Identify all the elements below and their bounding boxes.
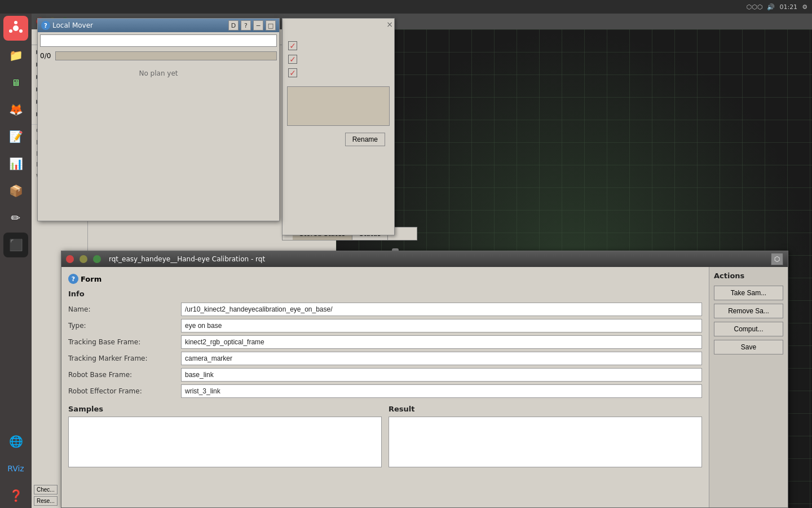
local-mover-help-btn[interactable]: ?: [241, 20, 251, 30]
field-name-row: Name:: [68, 303, 702, 316]
states-panel-close-btn[interactable]: ×: [386, 20, 393, 29]
states-checkboxes: ✓ ✓ ✓: [283, 19, 394, 82]
result-textarea[interactable]: [389, 417, 702, 467]
reset-button[interactable]: Rese...: [34, 496, 58, 506]
check-button[interactable]: Chec...: [34, 485, 58, 494]
texteditor-icon[interactable]: ✏: [3, 205, 28, 230]
progress-bar: [55, 51, 277, 60]
calc-icon[interactable]: 📊: [3, 151, 28, 176]
checkbox-row-3: ✓: [288, 68, 389, 77]
type-input[interactable]: [181, 319, 702, 332]
local-mover-window: ? Local Mover D ? − □ 0/0 No plan yet: [37, 18, 280, 221]
chrome-icon[interactable]: 🌐: [3, 429, 28, 454]
calib-maximize-btn[interactable]: [93, 255, 101, 263]
form-title-text: Form: [81, 275, 102, 283]
local-mover-search-input[interactable]: [40, 34, 277, 47]
calibration-titlebar: rqt_easy_handeye__Hand-eye Calibration -…: [61, 251, 788, 267]
system-topbar: ⬡⬡⬡ 🔊 01:21 ⚙: [0, 0, 812, 14]
svg-point-1: [13, 25, 19, 31]
calib-action-icon[interactable]: ⬡: [771, 253, 783, 265]
robot-effector-label: Robot Effector Frame:: [68, 387, 181, 395]
take-sample-button[interactable]: Take Sam...: [714, 286, 783, 300]
checkbox-1[interactable]: ✓: [288, 41, 297, 50]
local-mover-close-btn[interactable]: □: [266, 20, 276, 30]
rviz-icon[interactable]: RViz: [3, 456, 28, 481]
result-section: Result: [389, 405, 702, 469]
writer-icon[interactable]: 📝: [3, 124, 28, 149]
type-label: Type:: [68, 322, 181, 330]
system-time: 01:21: [779, 3, 797, 11]
firefox-icon[interactable]: 🦊: [3, 97, 28, 122]
ubuntu-logo-icon[interactable]: [3, 16, 28, 41]
info-section: Info Name: Type: Tracking Base Frame: Tr…: [68, 290, 702, 398]
terminal2-icon[interactable]: ⬛: [3, 233, 28, 257]
local-mover-undock-btn[interactable]: D: [228, 20, 239, 30]
field-tracking-base-row: Tracking Base Frame:: [68, 335, 702, 349]
check-btn-container: Chec...: [34, 485, 58, 494]
rename-btn-row: Rename: [287, 130, 390, 148]
svg-point-4: [9, 29, 12, 33]
settings-icon[interactable]: ⚙: [802, 3, 807, 11]
samples-textarea[interactable]: [68, 417, 382, 467]
tracking-marker-label: Tracking Marker Frame:: [68, 354, 181, 362]
info-section-title: Info: [68, 290, 702, 298]
samples-section: Samples: [68, 405, 382, 469]
local-mover-titlebar: ? Local Mover D ? − □: [38, 19, 279, 32]
reset-btn-container: Rese...: [34, 496, 58, 506]
calibration-main-panel: ? Form Info Name: Type: Tracking Base Fr…: [61, 267, 709, 507]
local-mover-minimize-btn[interactable]: −: [253, 20, 263, 30]
tracking-marker-input[interactable]: [181, 352, 702, 365]
terminal-icon[interactable]: 🖥: [3, 70, 28, 95]
samples-title: Samples: [68, 405, 382, 413]
local-mover-content: 0/0 No plan yet: [40, 49, 277, 218]
form-title: ? Form: [68, 274, 702, 284]
progress-text: 0/0: [40, 52, 51, 60]
calibration-content: ? Form Info Name: Type: Tracking Base Fr…: [61, 267, 788, 507]
states-panel: × ✓ ✓ ✓ Rename: [282, 18, 395, 235]
checkbox-2[interactable]: ✓: [288, 55, 297, 64]
checkbox-3[interactable]: ✓: [288, 68, 297, 77]
checkbox-row-2: ✓: [288, 55, 389, 64]
volume-icon: 🔊: [767, 3, 775, 11]
remove-sample-button[interactable]: Remove Sa...: [714, 304, 783, 318]
calib-close-btn[interactable]: [66, 255, 74, 263]
local-mover-title-actions: D ? − □: [228, 20, 276, 30]
svg-point-3: [19, 29, 23, 33]
ubuntu-sidebar: 📁 🖥 🦊 📝 📊 📦 ✏ ⬛ 🌐 RViz ❓: [0, 14, 32, 508]
name-input[interactable]: [181, 303, 702, 316]
progress-row: 0/0: [40, 49, 277, 63]
local-mover-title: Local Mover: [52, 21, 226, 29]
compute-button[interactable]: Comput...: [714, 322, 783, 336]
local-mover-body: 0/0 No plan yet: [38, 32, 279, 221]
robot-base-label: Robot Base Frame:: [68, 371, 181, 379]
field-type-row: Type:: [68, 319, 702, 332]
actions-panel: Actions Take Sam... Remove Sa... Comput.…: [709, 267, 788, 507]
robot-effector-input[interactable]: [181, 384, 702, 398]
local-mover-icon: ?: [41, 21, 50, 30]
calibration-window: rqt_easy_handeye__Hand-eye Calibration -…: [61, 251, 788, 508]
form-icon: ?: [68, 274, 78, 284]
calibration-title: rqt_easy_handeye__Hand-eye Calibration -…: [109, 255, 767, 263]
no-plan-text: No plan yet: [40, 65, 277, 82]
system-tray: ⬡⬡⬡ 🔊 01:21 ⚙: [747, 3, 807, 11]
robot-base-input[interactable]: [181, 368, 702, 382]
field-robot-effector-row: Robot Effector Frame:: [68, 384, 702, 398]
result-title: Result: [389, 405, 702, 413]
actions-title: Actions: [714, 271, 783, 280]
network-icon: ⬡⬡⬡: [747, 3, 763, 11]
samples-result-row: Samples Result: [68, 405, 702, 469]
rename-button[interactable]: Rename: [345, 133, 385, 146]
svg-point-2: [14, 21, 17, 24]
checkbox-row-1: ✓: [288, 41, 389, 50]
name-label: Name:: [68, 305, 181, 313]
tracking-base-input[interactable]: [181, 335, 702, 349]
amazon-icon[interactable]: 📦: [3, 178, 28, 203]
tracking-base-label: Tracking Base Frame:: [68, 338, 181, 346]
field-robot-base-row: Robot Base Frame:: [68, 368, 702, 382]
help-sidebar-icon[interactable]: ❓: [3, 483, 28, 508]
save-button[interactable]: Save: [714, 340, 783, 354]
states-text-area[interactable]: [287, 86, 390, 126]
files-icon[interactable]: 📁: [3, 43, 28, 68]
field-tracking-marker-row: Tracking Marker Frame:: [68, 352, 702, 365]
calib-minimize-btn[interactable]: [80, 255, 87, 263]
